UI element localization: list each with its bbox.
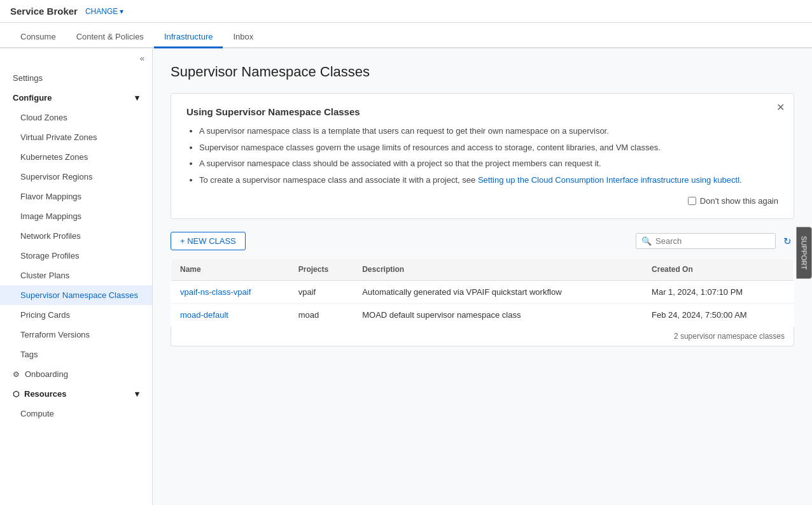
data-table: Name Projects Description Created On vpa… xyxy=(171,258,794,327)
info-bullet-3: A supervisor namespace class should be a… xyxy=(199,157,778,170)
table-row: vpaif-ns-class-vpaif vpaif Automatically… xyxy=(171,281,794,304)
row-1-name: vpaif-ns-class-vpaif xyxy=(171,281,290,304)
search-icon: 🔍 xyxy=(641,236,652,246)
col-name: Name xyxy=(171,259,290,281)
page-title: Supervisor Namespace Classes xyxy=(171,64,794,80)
collapse-button[interactable]: « xyxy=(0,48,152,68)
sidebar-item-flavor-mappings[interactable]: Flavor Mappings xyxy=(0,187,152,206)
sidebar-item-supervisor-namespace-classes[interactable]: Supervisor Namespace Classes xyxy=(0,285,152,305)
support-tab[interactable]: SUPPORT xyxy=(797,227,812,278)
chevron-down-icon-resources: ▾ xyxy=(135,389,139,399)
table-footer: 2 supervisor namespace classes xyxy=(171,327,794,346)
row-1-name-link[interactable]: vpaif-ns-class-vpaif xyxy=(180,287,251,297)
sidebar-item-cluster-plans[interactable]: Cluster Plans xyxy=(0,266,152,285)
row-2-name: moad-default xyxy=(171,304,290,327)
info-banner-title: Using Supervisor Namespace Classes xyxy=(186,106,778,117)
main-layout: « Settings Configure ▾ Cloud Zones Virtu… xyxy=(0,48,812,505)
row-1-projects: vpaif xyxy=(290,281,353,304)
col-created-on: Created On xyxy=(643,259,794,281)
sidebar-item-virtual-private-zones[interactable]: Virtual Private Zones xyxy=(0,127,152,147)
sidebar-item-compute[interactable]: Compute xyxy=(0,404,152,423)
chevron-down-icon: ▾ xyxy=(135,93,139,103)
sidebar-item-settings[interactable]: Settings xyxy=(0,68,152,88)
sidebar-item-image-mappings[interactable]: Image Mappings xyxy=(0,206,152,226)
sidebar-item-resources[interactable]: ⬡ Resources ▾ xyxy=(0,384,152,404)
sidebar-item-configure[interactable]: Configure ▾ xyxy=(0,88,152,108)
info-banner-footer: Don't show this again xyxy=(186,196,778,206)
nav-tabs: Consume Content & Policies Infrastructur… xyxy=(0,23,812,48)
info-bullet-4: To create a supervisor namespace class a… xyxy=(199,174,778,187)
table-row: moad-default moad MOAD default superviso… xyxy=(171,304,794,327)
info-banner-link[interactable]: Setting up the Cloud Consumption Interfa… xyxy=(478,175,739,185)
row-2-created-on: Feb 24, 2024, 7:50:00 AM xyxy=(643,304,794,327)
box-icon: ⬡ xyxy=(13,390,19,399)
table-header: Name Projects Description Created On xyxy=(171,259,794,281)
col-description: Description xyxy=(353,259,643,281)
onboarding-icon: ⚙ xyxy=(13,370,20,379)
tab-consume[interactable]: Consume xyxy=(10,27,66,48)
row-2-name-link[interactable]: moad-default xyxy=(180,310,228,320)
sidebar-item-supervisor-regions[interactable]: Supervisor Regions xyxy=(0,167,152,187)
info-bullet-1: A supervisor namespace class is a templa… xyxy=(199,125,778,138)
tab-content-policies[interactable]: Content & Policies xyxy=(66,27,154,48)
row-1-description: Automatically generated via VPAIF quicks… xyxy=(353,281,643,304)
tab-infrastructure[interactable]: Infrastructure xyxy=(154,27,223,48)
row-2-projects: moad xyxy=(290,304,353,327)
info-banner: Using Supervisor Namespace Classes ✕ A s… xyxy=(171,93,794,219)
info-banner-list: A supervisor namespace class is a templa… xyxy=(186,125,778,186)
sidebar: « Settings Configure ▾ Cloud Zones Virtu… xyxy=(0,48,153,505)
sidebar-item-onboarding[interactable]: ⚙ Onboarding xyxy=(0,364,152,384)
sidebar-item-kubernetes-zones[interactable]: Kubernetes Zones xyxy=(0,147,152,167)
tab-inbox[interactable]: Inbox xyxy=(223,27,263,48)
sidebar-item-terraform-versions[interactable]: Terraform Versions xyxy=(0,325,152,345)
col-projects: Projects xyxy=(290,259,353,281)
close-icon[interactable]: ✕ xyxy=(776,101,785,113)
dont-show-again-label[interactable]: Don't show this again xyxy=(688,196,778,206)
search-input[interactable] xyxy=(655,236,770,246)
sidebar-item-cloud-zones[interactable]: Cloud Zones xyxy=(0,108,152,127)
content-area: Supervisor Namespace Classes Using Super… xyxy=(153,48,812,505)
dont-show-again-checkbox[interactable] xyxy=(688,197,696,205)
sidebar-item-pricing-cards[interactable]: Pricing Cards xyxy=(0,305,152,325)
new-class-button[interactable]: + NEW CLASS xyxy=(171,232,246,250)
row-1-created-on: Mar 1, 2024, 1:07:10 PM xyxy=(643,281,794,304)
table-body: vpaif-ns-class-vpaif vpaif Automatically… xyxy=(171,281,794,327)
search-input-wrap: 🔍 xyxy=(636,233,776,249)
app-title: Service Broker xyxy=(10,6,78,17)
info-bullet-2: Supervisor namespace classes govern the … xyxy=(199,141,778,154)
top-header: Service Broker CHANGE ▾ xyxy=(0,0,812,23)
refresh-button[interactable]: ↻ xyxy=(781,233,794,250)
row-2-description: MOAD default supervisor namespace class xyxy=(353,304,643,327)
sidebar-item-network-profiles[interactable]: Network Profiles xyxy=(0,226,152,246)
change-button[interactable]: CHANGE ▾ xyxy=(85,7,123,16)
sidebar-item-storage-profiles[interactable]: Storage Profiles xyxy=(0,246,152,266)
search-container: 🔍 ↻ xyxy=(636,233,794,250)
sidebar-item-tags[interactable]: Tags xyxy=(0,345,152,364)
toolbar: + NEW CLASS 🔍 ↻ xyxy=(171,232,794,250)
